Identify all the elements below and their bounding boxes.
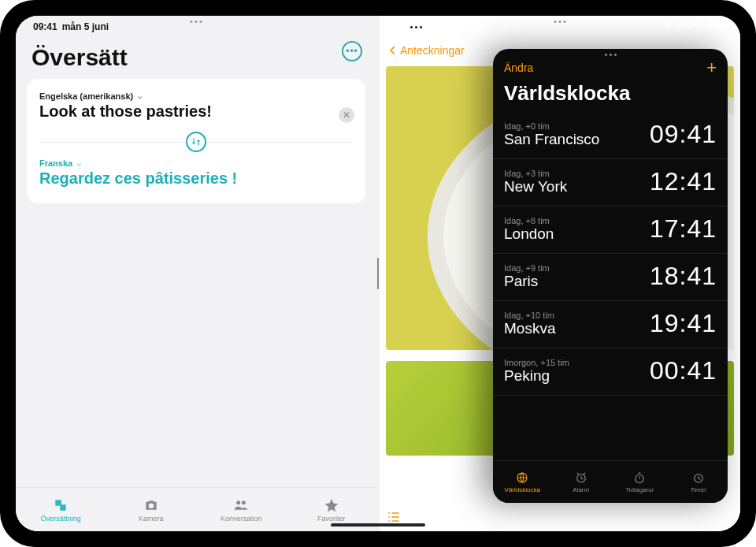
- clock-city: Peking: [504, 367, 569, 385]
- clock-city: San Francisco: [504, 131, 599, 148]
- checklist-icon[interactable]: [386, 509, 402, 525]
- notes-back-button[interactable]: Anteckningar: [387, 44, 465, 57]
- translate-icon: [52, 497, 69, 513]
- tab-conversation[interactable]: Konversation: [196, 488, 287, 531]
- edit-clocks-button[interactable]: Ändra: [504, 61, 533, 74]
- split-view: ••• Översätt Engelska (amerikansk) Look …: [16, 16, 740, 531]
- world-clock-list[interactable]: Idag, +0 tim San Francisco 09:41 Idag, +…: [493, 112, 728, 460]
- swap-languages-button[interactable]: [186, 132, 206, 152]
- clock-slideover-panel: Ändra + Världsklocka Idag, +0 tim San Fr…: [493, 49, 728, 503]
- clock-offset: Idag, +0 tim: [504, 121, 599, 131]
- clock-city: Paris: [504, 273, 550, 290]
- tab-label: Världsklocka: [505, 486, 540, 493]
- people-icon: [232, 497, 250, 513]
- clock-row[interactable]: Idag, +8 tim London 17:41: [493, 207, 728, 254]
- target-language-selector[interactable]: Franska: [39, 158, 353, 168]
- clock-offset: Idag, +10 tim: [504, 311, 555, 320]
- clock-row[interactable]: Idag, +0 tim San Francisco 09:41: [493, 112, 728, 159]
- home-indicator[interactable]: [331, 523, 425, 527]
- clock-time: 09:41: [650, 120, 717, 149]
- clock-time: 18:41: [650, 262, 717, 291]
- tab-stopwatch[interactable]: Tidtagarur: [610, 461, 669, 503]
- page-title: Översätt: [32, 44, 361, 71]
- tab-label: Favoriter: [317, 515, 346, 523]
- tab-label: Kamera: [139, 515, 164, 523]
- clock-row[interactable]: Imorgon, +15 tim Peking 00:41: [493, 348, 728, 396]
- tab-label: Timer: [691, 486, 706, 493]
- status-date: mån 5 juni: [62, 21, 109, 32]
- clock-tab-bar: Världsklocka Alarm Tidtagarur Timer: [493, 460, 728, 503]
- language-divider: [39, 133, 353, 151]
- translate-tab-bar: Översättning Kamera Konversation Favorit…: [16, 487, 376, 531]
- tab-label: Tidtagarur: [625, 486, 654, 493]
- clock-row[interactable]: Idag, +3 tim New York 12:41: [493, 159, 728, 207]
- clock-time: 00:41: [650, 356, 717, 385]
- globe-icon: [514, 471, 530, 485]
- source-language-selector[interactable]: Engelska (amerikansk): [39, 91, 353, 101]
- notes-app-pane: Anteckningar Ändra + Världs: [380, 16, 740, 531]
- tab-alarm[interactable]: Alarm: [552, 461, 611, 503]
- more-options-button[interactable]: •••: [342, 41, 362, 61]
- swap-icon: [191, 136, 202, 147]
- back-label: Anteckningar: [400, 44, 465, 57]
- ipad-device-frame: 09:41 mån 5 juni 100 % ••• Översätt: [0, 0, 756, 547]
- translate-app-pane: ••• Översätt Engelska (amerikansk) Look …: [16, 16, 376, 531]
- add-clock-button[interactable]: +: [706, 58, 717, 78]
- clock-offset: Imorgon, +15 tim: [504, 358, 569, 367]
- clock-offset: Idag, +3 tim: [504, 169, 567, 178]
- battery-icon: [707, 21, 723, 29]
- status-time: 09:41: [33, 21, 57, 32]
- chevron-left-icon: [387, 45, 398, 56]
- clock-city: London: [504, 225, 554, 243]
- camera-icon: [143, 497, 160, 513]
- clock-row[interactable]: Idag, +10 tim Moskva 19:41: [493, 301, 728, 348]
- notes-toolbar: [386, 509, 402, 525]
- star-icon: [323, 497, 340, 513]
- clock-offset: Idag, +9 tim: [504, 263, 550, 273]
- tab-translate[interactable]: Översättning: [16, 488, 106, 531]
- tab-label: Konversation: [220, 515, 262, 523]
- tab-label: Alarm: [573, 486, 589, 493]
- tab-label: Översättning: [41, 515, 81, 523]
- multitasking-dots-icon[interactable]: [605, 49, 617, 58]
- tab-camera[interactable]: Kamera: [106, 488, 197, 531]
- clock-time: 12:41: [650, 167, 717, 196]
- translation-card: Engelska (amerikansk) Look at those past…: [27, 79, 365, 203]
- tab-timer[interactable]: Timer: [669, 461, 728, 503]
- clock-time: 17:41: [650, 214, 717, 244]
- clock-title: Världsklocka: [493, 78, 728, 112]
- clock-city: Moskva: [504, 320, 555, 337]
- clock-city: New York: [504, 178, 567, 195]
- stopwatch-icon: [632, 471, 647, 485]
- clock-time: 19:41: [650, 309, 717, 338]
- battery-percent: 100 %: [678, 20, 702, 30]
- screen: 09:41 mån 5 juni 100 % ••• Översätt: [16, 16, 740, 531]
- translated-text: Regardez ces pâtisseries !: [39, 169, 353, 188]
- timer-icon: [691, 471, 706, 485]
- clock-offset: Idag, +8 tim: [504, 216, 554, 225]
- clear-input-button[interactable]: ✕: [339, 107, 354, 123]
- tab-world-clock[interactable]: Världsklocka: [493, 461, 552, 503]
- wifi-icon: [662, 21, 673, 29]
- clock-row[interactable]: Idag, +9 tim Paris 18:41: [493, 254, 728, 301]
- status-bar: 09:41 mån 5 juni 100 %: [16, 16, 740, 35]
- source-text[interactable]: Look at those pastries!: [39, 102, 353, 121]
- alarm-icon: [573, 471, 589, 485]
- multitasking-dots-icon[interactable]: [409, 26, 423, 28]
